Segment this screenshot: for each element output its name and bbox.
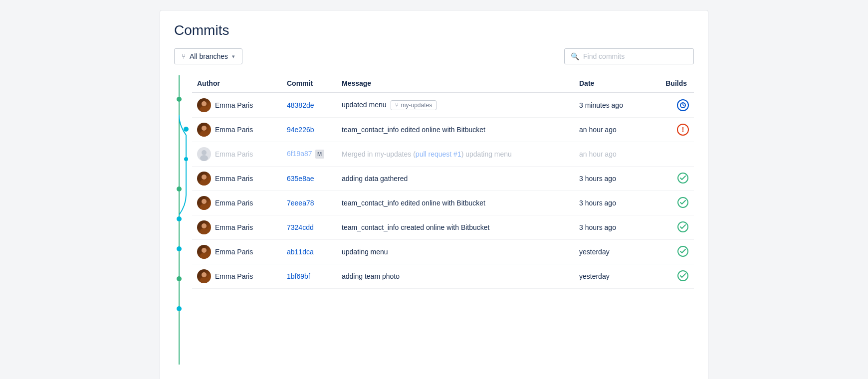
table-row: Emma Paris7eeea78team_contact_info edite…: [192, 191, 694, 215]
svg-point-4: [177, 187, 182, 191]
author-cell: Emma Paris: [192, 118, 282, 142]
search-icon: 🔍: [571, 52, 579, 60]
author-cell: Emma Paris: [192, 264, 282, 289]
commit-hash-link[interactable]: 94e226b: [287, 126, 314, 134]
merge-badge: M: [315, 150, 324, 159]
commit-hash-link[interactable]: 48382de: [287, 101, 314, 109]
svg-point-17: [200, 155, 208, 161]
author-name: Emma Paris: [215, 175, 253, 183]
commit-hash-link[interactable]: ab11dca: [287, 248, 314, 256]
author-name: Emma Paris: [215, 248, 253, 256]
builds-cell: [654, 93, 694, 118]
commit-message: team_contact_info edited online with Bit…: [342, 126, 485, 134]
pull-request-link[interactable]: pull request #1: [416, 150, 461, 158]
header-builds: Builds: [654, 75, 694, 93]
date-cell: an hour ago: [574, 118, 654, 142]
svg-point-25: [200, 228, 208, 234]
builds-cell: [654, 191, 694, 215]
commit-hash-link[interactable]: 1bf69bf: [287, 272, 310, 280]
build-success-icon[interactable]: [677, 245, 689, 257]
message-cell: team_contact_info edited online with Bit…: [337, 191, 574, 215]
svg-point-10: [200, 106, 208, 112]
author-name: Emma Paris: [215, 150, 253, 158]
message-cell: team_contact_info created online with Bi…: [337, 215, 574, 240]
author-cell: Emma Paris: [192, 215, 282, 240]
svg-point-9: [202, 101, 207, 106]
commit-hash-cell: 7eeea78: [282, 191, 337, 215]
build-success-icon[interactable]: [677, 172, 689, 184]
search-input[interactable]: [583, 52, 687, 60]
svg-point-18: [202, 175, 207, 180]
commit-hash-link[interactable]: 7eeea78: [287, 199, 314, 207]
header-author: Author: [192, 75, 282, 93]
commit-hash-cell: 6f19a87M: [282, 142, 337, 167]
avatar: [197, 269, 211, 283]
table-header: Author Commit Message Date Builds: [192, 75, 694, 93]
author-cell: Emma Paris: [192, 240, 282, 264]
date-cell: 3 hours ago: [574, 215, 654, 240]
builds-cell: [654, 215, 694, 240]
page-title: Commits: [174, 22, 694, 38]
header-commit: Commit: [282, 75, 337, 93]
date-cell: 3 minutes ago: [574, 93, 654, 118]
table-row: Emma Paris635e8aeadding data gathered3 h…: [192, 167, 694, 191]
build-failed-icon[interactable]: !: [677, 124, 689, 136]
message-cell: updated menu⑂ my-updates: [337, 93, 574, 118]
message-cell: team_contact_info edited online with Bit…: [337, 118, 574, 142]
build-success-icon[interactable]: [677, 221, 689, 233]
build-pending-icon[interactable]: [677, 99, 689, 111]
author-name: Emma Paris: [215, 126, 253, 134]
table-row: Emma Paris48382deupdated menu⑂ my-update…: [192, 93, 694, 118]
build-success-icon[interactable]: [677, 270, 689, 282]
author-name: Emma Paris: [215, 199, 253, 207]
all-branches-button[interactable]: ⑂ All branches ▾: [174, 48, 242, 64]
svg-point-15: [200, 131, 208, 137]
svg-point-31: [200, 277, 208, 283]
author-cell: Emma Paris: [192, 167, 282, 191]
commit-hash-cell: 7324cdd: [282, 215, 337, 240]
commit-message: team_contact_info created online with Bi…: [342, 223, 490, 231]
avatar: [197, 245, 211, 259]
avatar: [197, 98, 211, 112]
branches-label: All branches: [190, 52, 228, 60]
commit-hash-link[interactable]: 7324cdd: [287, 223, 314, 231]
builds-cell: [654, 240, 694, 264]
chevron-down-icon: ▾: [232, 53, 235, 60]
toolbar: ⑂ All branches ▾ 🔍: [174, 48, 694, 64]
commits-table: Author Commit Message Date Builds Emma P…: [192, 75, 694, 289]
svg-point-14: [202, 126, 207, 131]
svg-point-7: [177, 276, 182, 281]
date-cell: yesterday: [574, 264, 654, 289]
date-cell: an hour ago: [574, 142, 654, 167]
date-cell: yesterday: [574, 240, 654, 264]
svg-point-27: [202, 248, 207, 253]
avatar: [197, 172, 211, 186]
branch-tag: ⑂ my-updates: [391, 100, 437, 110]
commits-list: Emma Paris48382deupdated menu⑂ my-update…: [192, 93, 694, 289]
build-success-icon[interactable]: [677, 196, 689, 208]
table-row: Emma Paris7324cddteam_contact_info creat…: [192, 215, 694, 240]
commit-hash-cell: 635e8ae: [282, 167, 337, 191]
svg-point-6: [177, 246, 182, 251]
commit-hash-link[interactable]: 635e8ae: [287, 175, 314, 183]
commits-table-wrapper: Author Commit Message Date Builds Emma P…: [192, 75, 694, 367]
table-row: Emma Paris6f19a87MMerged in my-updates (…: [192, 142, 694, 167]
commits-page: Commits ⑂ All branches ▾ 🔍: [160, 10, 708, 379]
svg-point-16: [202, 150, 207, 155]
author-cell: Emma Paris: [192, 142, 282, 167]
svg-point-24: [202, 223, 207, 228]
svg-point-3: [184, 157, 188, 161]
table-row: Emma Paris94e226bteam_contact_info edite…: [192, 118, 694, 142]
branch-icon: ⑂: [182, 52, 186, 60]
builds-cell: [654, 167, 694, 191]
date-cell: 3 hours ago: [574, 167, 654, 191]
commit-hash-cell: 94e226b: [282, 118, 337, 142]
commit-graph: [174, 75, 192, 367]
commit-message: team_contact_info edited online with Bit…: [342, 199, 485, 207]
commit-hash-link[interactable]: 6f19a87: [287, 150, 312, 158]
header-message: Message: [337, 75, 574, 93]
commit-message: updated menu: [342, 101, 387, 109]
svg-point-22: [200, 204, 208, 210]
author-name: Emma Paris: [215, 272, 253, 280]
message-cell: Merged in my-updates (pull request #1) u…: [337, 142, 574, 167]
